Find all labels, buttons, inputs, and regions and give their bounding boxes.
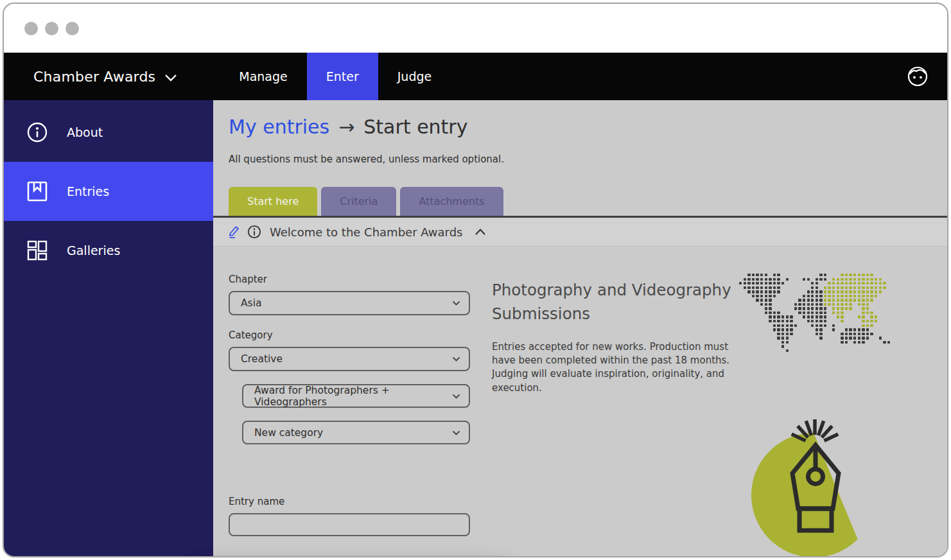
map-dot <box>841 315 843 318</box>
map-dot <box>786 282 789 284</box>
award-select[interactable]: Award for Photographers + Videographers <box>242 384 470 408</box>
map-dot <box>760 315 763 318</box>
map-dot <box>819 278 822 281</box>
map-dot <box>760 349 763 352</box>
map-dot <box>900 333 903 335</box>
map-dot <box>862 274 864 276</box>
map-dot <box>765 320 767 322</box>
nav-item-judge[interactable]: Judge <box>378 53 451 100</box>
map-dot <box>760 295 763 297</box>
map-dot <box>811 349 814 352</box>
map-dot <box>739 307 742 310</box>
map-dot <box>828 307 830 310</box>
map-dot <box>879 282 882 284</box>
map-dot <box>891 282 894 284</box>
map-dot <box>747 328 750 331</box>
map-dot <box>841 274 843 276</box>
map-dot <box>875 349 877 352</box>
map-dot <box>739 311 742 314</box>
map-dot <box>862 286 864 289</box>
map-dot <box>866 324 869 327</box>
map-dot <box>870 274 873 276</box>
map-dot <box>803 341 805 344</box>
nav-item-enter[interactable]: Enter <box>307 53 378 100</box>
map-dot <box>773 315 776 318</box>
sidebar-item-about[interactable]: About <box>4 103 213 162</box>
map-dot <box>765 282 767 284</box>
map-dot <box>853 324 856 327</box>
start-entry-content: Chapter Asia Category Creative <box>213 247 947 557</box>
tab-criteria[interactable]: Criteria <box>321 187 396 216</box>
map-dot <box>879 278 882 281</box>
map-dot <box>849 324 851 327</box>
map-dot <box>845 337 848 339</box>
account-button[interactable] <box>906 53 929 100</box>
map-dot <box>879 337 882 339</box>
map-dot <box>744 295 746 297</box>
map-dot <box>858 328 860 331</box>
map-dot <box>883 328 886 331</box>
map-dot <box>781 274 784 276</box>
map-dot <box>853 278 856 281</box>
map-dot <box>786 315 789 318</box>
map-dot <box>744 341 746 344</box>
map-dot <box>887 315 890 318</box>
map-dot <box>781 345 784 347</box>
map-dot <box>786 349 789 352</box>
map-dot <box>879 320 882 322</box>
map-dot <box>845 303 848 306</box>
nav-item-manage[interactable]: Manage <box>220 53 306 100</box>
map-dot <box>794 286 797 289</box>
entry-name-input[interactable] <box>229 513 470 536</box>
map-dot <box>803 320 805 322</box>
sidebar-item-galleries[interactable]: Galleries <box>4 221 213 280</box>
new-category-select[interactable]: New category <box>242 421 470 444</box>
map-dot <box>891 349 894 352</box>
map-dot <box>794 278 797 281</box>
chevron-up-icon[interactable] <box>474 227 487 236</box>
map-dot <box>849 295 851 297</box>
map-dot <box>803 311 805 314</box>
breadcrumb-link-my-entries[interactable]: My entries <box>229 116 329 138</box>
map-dot <box>832 278 835 281</box>
map-dot <box>819 345 822 347</box>
edit-pencil-icon[interactable] <box>227 225 240 239</box>
map-dot <box>744 311 746 314</box>
map-dot <box>832 315 835 318</box>
map-dot <box>819 328 822 331</box>
map-dot <box>760 282 763 284</box>
map-dot <box>845 324 848 327</box>
map-dot <box>803 290 805 293</box>
map-dot <box>866 345 869 347</box>
map-dot <box>824 333 826 335</box>
map-dot <box>883 333 886 335</box>
app-window: Chamber Awards Manage Enter Judge <box>3 3 948 557</box>
map-dot <box>756 278 758 281</box>
sidebar-item-entries[interactable]: Entries <box>4 162 213 221</box>
map-dot <box>777 303 780 306</box>
map-dot <box>798 349 801 352</box>
chapter-select[interactable]: Asia <box>229 291 470 315</box>
map-dot <box>837 349 839 352</box>
map-dot <box>879 349 882 352</box>
map-dot <box>786 345 789 347</box>
map-dot <box>845 315 848 318</box>
brand-menu[interactable]: Chamber Awards <box>33 53 177 100</box>
info-circle-icon[interactable] <box>247 225 261 239</box>
map-dot <box>756 328 758 331</box>
map-dot <box>870 282 873 284</box>
map-dot <box>811 299 814 301</box>
map-dot <box>807 299 810 301</box>
map-dot <box>896 295 898 297</box>
category-select[interactable]: Creative <box>229 347 470 371</box>
sidebar-item-label: Galleries <box>67 243 120 258</box>
map-dot <box>765 341 767 344</box>
tab-attachments[interactable]: Attachments <box>400 187 503 216</box>
map-dot <box>832 341 835 344</box>
tab-start-here[interactable]: Start here <box>229 187 317 216</box>
map-dot <box>858 320 860 322</box>
map-dot <box>798 324 801 327</box>
map-dot <box>756 282 758 284</box>
map-dot <box>845 341 848 344</box>
map-dot <box>837 315 839 318</box>
